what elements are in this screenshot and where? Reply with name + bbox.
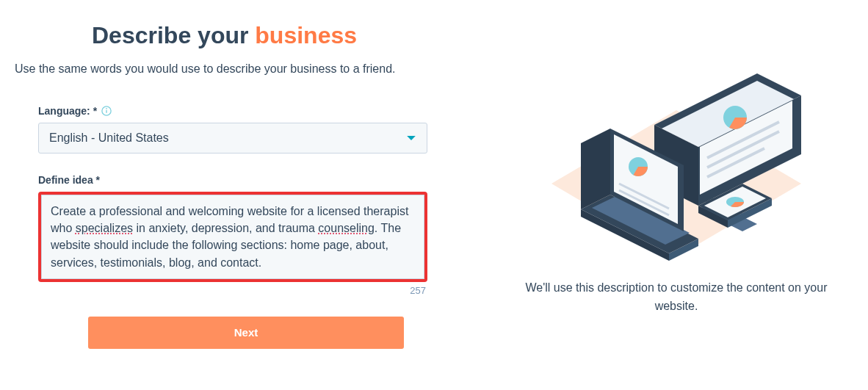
define-idea-textarea[interactable]: Create a professional and welcoming webs… <box>41 195 424 279</box>
page-title: Describe your business <box>92 22 455 49</box>
illustration-caption: We'll use this description to customize … <box>522 279 831 316</box>
char-count: 257 <box>38 285 427 296</box>
define-idea-label-text: Define idea * <box>38 174 100 186</box>
language-label-text: Language: * <box>38 105 97 117</box>
svg-rect-1 <box>106 110 106 113</box>
language-select-value: English - United States <box>49 131 169 145</box>
page-title-part1: Describe your <box>92 22 255 48</box>
info-icon[interactable] <box>101 106 112 116</box>
devices-illustration <box>544 59 809 264</box>
next-button[interactable]: Next <box>88 317 404 349</box>
language-select[interactable]: English - United States <box>38 123 427 154</box>
svg-point-2 <box>106 108 107 109</box>
page-subtitle: Use the same words you would use to desc… <box>15 62 455 76</box>
page-title-accent: business <box>255 22 357 48</box>
language-label: Language: * <box>38 105 441 117</box>
define-idea-highlight: Create a professional and welcoming webs… <box>38 192 427 282</box>
chevron-down-icon <box>406 133 416 143</box>
define-idea-label: Define idea * <box>38 174 441 186</box>
